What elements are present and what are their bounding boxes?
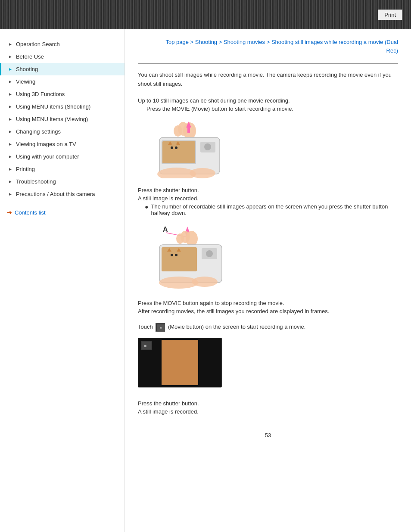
step4-label: Press the shutter button. (138, 400, 398, 407)
step4-sub: A still image is recorded. (138, 408, 398, 415)
sidebar-label: Troubleshooting (16, 178, 56, 185)
step3-block: Press the MOVIE button again to stop rec… (138, 300, 398, 314)
arrow-icon: ► (8, 54, 12, 59)
title-divider (138, 63, 398, 64)
header-bar: Print (0, 0, 411, 29)
step3-label: Press the MOVIE button again to stop rec… (138, 300, 398, 306)
sidebar-item-shooting[interactable]: ► Shooting (0, 63, 125, 75)
print-button[interactable]: Print (378, 9, 402, 20)
sidebar-item-using-menu-viewing[interactable]: ► Using MENU items (Viewing) (0, 113, 125, 125)
svg-point-16 (190, 168, 215, 178)
sidebar: ► Operation Search ► Before Use ► Shooti… (0, 29, 125, 532)
arrow-icon: ► (8, 104, 12, 109)
sidebar-label: Viewing images on a TV (16, 141, 76, 147)
sidebar-label: Shooting (16, 66, 38, 72)
arrow-icon: ► (8, 117, 12, 121)
sidebar-label: Printing (16, 166, 35, 172)
breadcrumb-movies[interactable]: Shooting movies (224, 39, 265, 45)
sidebar-label: Using with your computer (16, 153, 79, 160)
arrow-icon: ► (8, 79, 12, 84)
touch-text: Touch ■ (Movie button) on the screen to … (138, 323, 398, 332)
svg-text:A: A (163, 226, 168, 233)
sidebar-item-using-3d[interactable]: ► Using 3D Functions (0, 88, 125, 100)
sidebar-item-changing-settings[interactable]: ► Changing settings (0, 125, 125, 138)
sidebar-item-using-menu-shooting[interactable]: ► Using MENU items (Shooting) (0, 100, 125, 113)
touch-block: Touch ■ (Movie button) on the screen to … (138, 323, 398, 392)
arrow-icon: ► (8, 129, 12, 134)
step1-block: Up to 10 still images can be shot during… (138, 97, 398, 178)
sidebar-item-viewing-tv[interactable]: ► Viewing images on a TV (0, 138, 125, 150)
svg-text:■: ■ (144, 343, 146, 348)
svg-point-28 (169, 251, 179, 261)
step2-label: Press the shutter button. (138, 187, 398, 193)
breadcrumb-sep3: > (267, 39, 271, 45)
svg-rect-4 (187, 128, 190, 133)
arrow-icon: ► (8, 154, 12, 159)
sidebar-label: Operation Search (16, 41, 60, 47)
arrow-icon: ► (8, 192, 12, 196)
sidebar-item-using-computer[interactable]: ► Using with your computer (0, 150, 125, 163)
camera-image-2: A (138, 222, 398, 291)
sidebar-label: Before Use (16, 53, 44, 60)
arrow-icon: ► (8, 92, 12, 96)
arrow-icon: ► (8, 142, 12, 146)
breadcrumb-dual-rec[interactable]: Shooting still images while recording a … (271, 39, 398, 54)
svg-point-23 (176, 233, 184, 244)
sidebar-item-printing[interactable]: ► Printing (0, 163, 125, 175)
sidebar-item-before-use[interactable]: ► Before Use (0, 50, 125, 63)
page-number: 53 (138, 432, 398, 439)
step3-sub: After recording movies, the still images… (138, 308, 398, 314)
sidebar-item-troubleshooting[interactable]: ► Troubleshooting (0, 175, 125, 188)
breadcrumb-top[interactable]: Top page (165, 39, 189, 45)
camera-screen-image: ■ (138, 338, 398, 392)
step2-bullet-text: The number of recordable still images ap… (151, 203, 398, 216)
sidebar-label: Changing settings (16, 128, 61, 135)
sidebar-label: Viewing (16, 78, 35, 85)
arrow-icon: ► (8, 179, 12, 184)
step1-sub: Press the MOVIE (Movie) button to start … (146, 106, 398, 112)
main-layout: ► Operation Search ► Before Use ► Shooti… (0, 29, 411, 532)
camera-illustration-2: A (138, 222, 241, 291)
step4-block: Press the shutter button. A still image … (138, 400, 398, 415)
sidebar-label: Using MENU items (Viewing) (16, 116, 88, 122)
sidebar-item-precautions[interactable]: ► Precautions / About this camera (0, 188, 125, 200)
camera-screen-illustration: ■ (138, 338, 224, 392)
sidebar-item-viewing[interactable]: ► Viewing (0, 75, 125, 88)
breadcrumb-shooting[interactable]: Shooting (195, 39, 217, 45)
bullet-dot: ● (145, 203, 148, 210)
camera-illustration-1 (138, 118, 233, 178)
svg-point-11 (171, 146, 173, 149)
svg-point-2 (174, 125, 182, 137)
intro-text: You can shoot still images while recordi… (138, 71, 398, 89)
arrow-icon: ► (8, 42, 12, 47)
sidebar-label: Using 3D Functions (16, 91, 65, 97)
svg-point-10 (169, 144, 179, 154)
step2-sub1: A still image is recorded. (138, 195, 398, 202)
breadcrumb: Top page > Shooting > Shooting movies > … (138, 38, 398, 55)
camera-image-1 (138, 118, 398, 178)
touch-prefix: Touch (138, 324, 153, 330)
touch-suffix: (Movie button) on the screen to start re… (168, 324, 305, 330)
svg-rect-38 (200, 340, 220, 385)
contents-list-label: Contents list (15, 209, 46, 216)
svg-point-32 (206, 250, 213, 257)
arrow-icon: ► (8, 67, 12, 72)
main-content: Top page > Shooting > Shooting movies > … (125, 29, 411, 532)
sidebar-item-operation-search[interactable]: ► Operation Search (0, 38, 125, 50)
arrow-icon: ► (8, 167, 12, 171)
breadcrumb-sep1: > (190, 39, 195, 45)
svg-point-14 (204, 143, 211, 150)
svg-point-30 (175, 254, 177, 256)
intro-block: You can shoot still images while recordi… (138, 71, 398, 89)
contents-list-link[interactable]: ➔ Contents list (0, 205, 125, 220)
svg-point-34 (192, 277, 218, 287)
step2-block: Press the shutter button. A still image … (138, 187, 398, 291)
sidebar-label: Precautions / About this camera (16, 191, 95, 197)
step1-text: Up to 10 still images can be shot during… (138, 97, 398, 104)
breadcrumb-sep2: > (219, 39, 224, 45)
svg-point-12 (175, 146, 177, 149)
step2-bullet: ● The number of recordable still images … (145, 203, 398, 216)
svg-point-29 (171, 254, 173, 256)
svg-rect-37 (162, 340, 198, 385)
sidebar-label: Using MENU items (Shooting) (16, 103, 90, 110)
